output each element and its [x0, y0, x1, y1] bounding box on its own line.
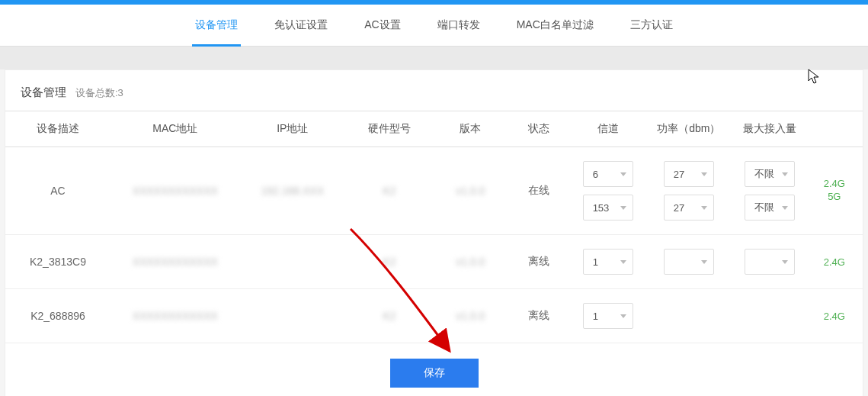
tab-third-auth[interactable]: 三方认证	[627, 5, 676, 46]
col-max: 最大接入量	[733, 111, 806, 147]
chevron-down-icon	[701, 260, 707, 264]
cell-hw: K2	[345, 147, 434, 235]
band-label: 2.4G	[824, 311, 845, 322]
select-value: 27	[674, 202, 684, 214]
chevron-down-icon	[620, 172, 626, 176]
cell-channel: 1	[572, 289, 645, 343]
select-value: 不限	[754, 167, 774, 181]
tab-port-forward[interactable]: 端口转发	[434, 5, 483, 46]
tab-label: 三方认证	[630, 18, 673, 31]
col-stat: 状态	[507, 111, 572, 147]
power-select[interactable]: 27	[664, 161, 714, 187]
channel-select[interactable]: 1	[583, 303, 633, 329]
blurred-text: v1.0.0	[456, 256, 485, 268]
chevron-down-icon	[782, 206, 788, 210]
cell-status: 在线	[507, 147, 572, 235]
col-ver: 版本	[434, 111, 507, 147]
blurred-text: K2	[383, 310, 396, 322]
cell-status: 离线	[507, 289, 572, 343]
tab-mac-whitelist[interactable]: MAC白名单过滤	[514, 5, 597, 46]
col-hw: 硬件型号	[345, 111, 434, 147]
chevron-down-icon	[620, 314, 626, 318]
blurred-text: v1.0.0	[456, 185, 485, 197]
cell-status: 离线	[507, 235, 572, 289]
tab-label: 端口转发	[437, 18, 480, 31]
table-row: K2_688896 XXXXXXXXXXXX K2 v1.0.0 离线 1 2.…	[5, 289, 863, 343]
band-label: 2.4G	[824, 256, 845, 268]
cell-power	[644, 235, 733, 289]
col-mac: MAC地址	[111, 111, 240, 147]
cell-hw: K2	[345, 289, 434, 343]
band-label: 5G	[828, 191, 841, 204]
max-select[interactable]: 不限	[745, 161, 795, 187]
chevron-down-icon	[782, 172, 788, 176]
power-select[interactable]	[664, 249, 714, 275]
select-value: 不限	[754, 201, 774, 214]
tab-label: MAC白名单过滤	[517, 18, 594, 31]
cell-desc: K2_688896	[5, 289, 111, 343]
tab-device-mgmt[interactable]: 设备管理	[192, 5, 241, 46]
cell-desc: AC	[5, 147, 111, 235]
cell-power: 27 27	[644, 147, 733, 235]
cell-max	[733, 289, 806, 343]
device-table: 设备描述 MAC地址 IP地址 硬件型号 版本 状态 信道 功率（dbm） 最大…	[5, 111, 863, 343]
tab-no-auth[interactable]: 免认证设置	[271, 5, 331, 46]
chevron-down-icon	[620, 206, 626, 210]
cell-ver: v1.0.0	[434, 235, 507, 289]
cell-channel: 6 153	[572, 147, 645, 235]
cell-ip	[240, 289, 345, 343]
cell-band: 2.4G 5G	[806, 147, 863, 235]
table-header-row: 设备描述 MAC地址 IP地址 硬件型号 版本 状态 信道 功率（dbm） 最大…	[5, 111, 863, 147]
max-select[interactable]: 不限	[745, 195, 795, 221]
blurred-text: XXXXXXXXXXXX	[133, 185, 218, 197]
select-value: 1	[593, 256, 598, 268]
chevron-down-icon	[701, 172, 707, 176]
blurred-text: XXXXXXXXXXXX	[133, 256, 218, 268]
button-label: 保存	[424, 366, 445, 378]
select-value: 153	[593, 202, 610, 214]
cell-mac: XXXXXXXXXXXX	[111, 235, 240, 289]
blurred-text: v1.0.0	[456, 310, 485, 322]
cell-desc: K2_3813C9	[5, 235, 111, 289]
max-select[interactable]	[745, 249, 795, 275]
blurred-text: K2	[383, 185, 396, 197]
channel-select[interactable]: 1	[583, 249, 633, 275]
tab-ac-settings[interactable]: AC设置	[361, 5, 403, 46]
table-row: K2_3813C9 XXXXXXXXXXXX K2 v1.0.0 离线 1 2.…	[5, 235, 863, 289]
tab-label: 免认证设置	[274, 18, 328, 31]
channel-select[interactable]: 6	[583, 161, 633, 187]
tab-label: AC设置	[364, 18, 400, 31]
col-ip: IP地址	[240, 111, 345, 147]
cell-ver: v1.0.0	[434, 289, 507, 343]
cell-channel: 1	[572, 235, 645, 289]
chevron-down-icon	[701, 206, 707, 210]
cell-ip	[240, 235, 345, 289]
col-pwr: 功率（dbm）	[644, 111, 733, 147]
spacer	[0, 47, 868, 69]
blurred-text: K2	[383, 256, 396, 268]
device-panel: 设备管理 设备总数:3 设备描述 MAC地址 IP地址 硬件型号 版本 状态 信…	[5, 69, 863, 396]
cell-ip: 192.168.XXX	[240, 147, 345, 235]
tab-label: 设备管理	[195, 18, 238, 31]
cell-max: 不限 不限	[733, 147, 806, 235]
band-label: 2.4G	[824, 178, 845, 191]
panel-header: 设备管理 设备总数:3	[5, 70, 863, 111]
cell-mac: XXXXXXXXXXXX	[111, 147, 240, 235]
cell-hw: K2	[345, 235, 434, 289]
col-chan: 信道	[572, 111, 645, 147]
blurred-text: 192.168.XXX	[261, 185, 324, 197]
col-band	[806, 111, 863, 147]
cell-max	[733, 235, 806, 289]
blurred-text: XXXXXXXXXXXX	[133, 310, 218, 322]
chevron-down-icon	[782, 260, 788, 264]
cell-mac: XXXXXXXXXXXX	[111, 289, 240, 343]
panel-title: 设备管理	[21, 85, 66, 100]
select-value: 1	[593, 311, 598, 322]
select-value: 27	[674, 169, 684, 180]
channel-select[interactable]: 153	[583, 195, 633, 221]
cell-power	[644, 289, 733, 343]
table-row: AC XXXXXXXXXXXX 192.168.XXX K2 v1.0.0 在线…	[5, 147, 863, 235]
cell-band: 2.4G	[806, 289, 863, 343]
save-button[interactable]: 保存	[390, 359, 479, 388]
power-select[interactable]: 27	[664, 195, 714, 221]
